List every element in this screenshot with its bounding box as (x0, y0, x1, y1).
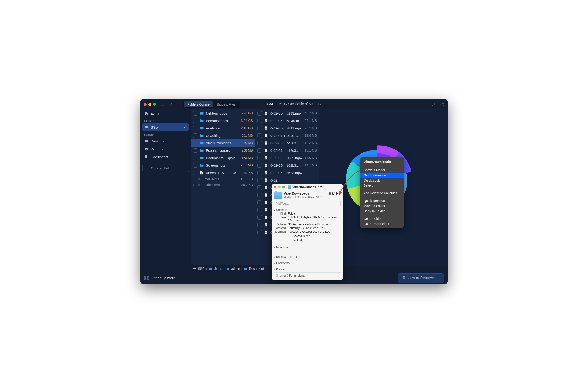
help-icon[interactable] (440, 102, 444, 106)
close-icon[interactable] (273, 186, 276, 188)
checkbox[interactable] (257, 118, 262, 123)
minimize-icon[interactable] (148, 103, 151, 106)
checkbox[interactable] (257, 148, 262, 153)
info-title-text: ViberDownloads Info (292, 185, 322, 189)
crumb[interactable]: Users (213, 267, 222, 270)
menu-quick-remove[interactable]: Quick Remove (360, 198, 403, 203)
list-item[interactable]: Documents - Spain173 MB (191, 154, 255, 162)
checkbox[interactable] (257, 223, 262, 227)
label-where: Where: (274, 223, 287, 226)
checkbox[interactable] (193, 111, 197, 115)
locked-checkbox[interactable]: Locked (288, 239, 340, 242)
checkbox[interactable] (257, 178, 262, 182)
menu-select[interactable]: Select (360, 183, 403, 188)
list-item[interactable]: 0-02-05-...3623.mp4 (255, 169, 319, 176)
list-item[interactable]: 0-02-05-...7841.mp420.3 MB (255, 124, 319, 132)
sidebar-item-label: SSD (151, 125, 158, 129)
checkbox[interactable] (257, 141, 262, 145)
chevron-down-icon[interactable]: ▾ (274, 209, 275, 211)
svg-rect-9 (201, 172, 202, 173)
checkbox[interactable] (257, 111, 262, 115)
close-icon[interactable] (144, 103, 147, 106)
item-size: 14.9 MB (305, 156, 317, 160)
checkbox[interactable] (193, 156, 197, 160)
minimize-icon[interactable] (278, 186, 280, 188)
checkbox[interactable] (257, 126, 262, 130)
list-item[interactable]: ViberDownloads389 MB (191, 139, 255, 147)
list-item[interactable]: 0-02-05-...ae563.mp418.3 MB (255, 139, 319, 147)
crumb[interactable]: admin (231, 267, 240, 270)
tab-folders-outline[interactable]: Folders Outline (184, 101, 213, 107)
checkbox[interactable] (193, 141, 197, 145)
list-item[interactable]: 0-02-05-...5032.mp414.9 MB (255, 154, 319, 162)
sidebar-item-pictures[interactable]: Pictures (142, 145, 189, 153)
checkbox[interactable] (193, 134, 197, 138)
summary-row-small[interactable]: ›Small items8.19 KB (191, 176, 255, 182)
chevron-right-icon[interactable]: ▸ (274, 268, 275, 271)
menu-get-information[interactable]: Get Information (360, 173, 403, 178)
checkbox[interactable] (257, 215, 262, 220)
checkbox[interactable] (257, 171, 262, 175)
chevron-right-icon[interactable]: ▸ (274, 262, 275, 265)
sidebar-item-home[interactable]: admin (142, 110, 189, 117)
checkbox[interactable] (193, 148, 197, 153)
back-icon[interactable] (169, 102, 173, 106)
tags-input[interactable]: Add Tags... (274, 201, 340, 206)
list-item[interactable]: Personal docs3.04 GB (191, 117, 255, 124)
sidebar-toggle-icon[interactable] (161, 102, 165, 106)
list-item[interactable]: 0-02-05-...d183.mp440.7 MB (255, 110, 319, 117)
choose-folder-button[interactable]: + Choose Folder... (142, 164, 189, 172)
menu-copy-to-folder[interactable]: Copy to Folder... (360, 209, 403, 213)
chevron-right-icon[interactable]: ▸ (274, 256, 275, 258)
checkbox[interactable] (257, 208, 262, 212)
list-item[interactable]: Español cursos268 MB (191, 147, 255, 154)
chevron-right-icon[interactable]: ▸ (274, 274, 275, 277)
checkbox[interactable] (193, 118, 197, 123)
info-modified-short: Modified: 1 October 2024 at 18:00 (284, 196, 340, 198)
list-item[interactable]: 0-02-05-1...0be7.mp419.8 MB (255, 132, 319, 139)
menu-go-to-root[interactable]: Go to Root Folder (360, 221, 403, 226)
checkbox[interactable] (257, 186, 262, 190)
crumb[interactable]: SSD (198, 267, 205, 270)
get-info-window[interactable]: ViberDownloads Info ViberDownloads 388,4… (272, 184, 343, 280)
apps-icon[interactable] (144, 276, 149, 280)
list-item[interactable]: Nektony docs5.28 GB (191, 110, 255, 117)
crumb[interactable]: Documents (249, 267, 266, 270)
chevron-down-icon[interactable]: ▾ (274, 246, 275, 249)
checkbox[interactable] (257, 193, 262, 197)
menu-quick-look[interactable]: Quick Look (360, 178, 403, 183)
list-item[interactable]: 0-02-05-...e12d3.mp418.1 MB (255, 147, 319, 154)
checkbox[interactable] (257, 163, 262, 168)
review-to-remove-button[interactable]: Review to Remove ⌄ (398, 273, 444, 283)
menu-go-to-folder[interactable]: Go to Folder (360, 216, 403, 221)
list-item[interactable]: 0-02 (255, 176, 319, 184)
fullscreen-icon[interactable] (153, 103, 156, 106)
checkbox[interactable] (257, 200, 262, 205)
list-item[interactable]: Anexo_1_A...O_CAS.pdf750 KB (191, 169, 255, 176)
list-item[interactable]: Adelante2.18 GB (191, 124, 255, 132)
list-item[interactable]: 0-02-05-...78f40.mp426.1 MB (255, 117, 319, 124)
summary-row-hidden[interactable]: ›Hidden items28.7 KB (191, 182, 255, 188)
menu-add-favorites[interactable]: Add Folder to Favorites (360, 191, 403, 196)
sidebar-item-desktop[interactable]: Desktop (142, 137, 189, 145)
item-name: 0-02-05-...ae563.mp4 (270, 141, 303, 145)
checkbox[interactable] (193, 171, 197, 175)
menu-show-in-finder[interactable]: Show in Finder (360, 168, 403, 173)
checkbox[interactable] (257, 156, 262, 160)
checkbox[interactable] (193, 163, 197, 168)
chat-icon[interactable] (431, 102, 435, 106)
list-item[interactable]: Screenshots76.7 MB (191, 162, 255, 169)
checkbox[interactable] (257, 134, 262, 138)
fullscreen-icon[interactable] (282, 186, 285, 188)
cleanup-button[interactable]: Clean up more (152, 276, 175, 280)
checkbox[interactable] (193, 126, 197, 130)
shared-folder-checkbox[interactable]: Shared folder (288, 234, 340, 238)
folder-column: Nektony docs5.28 GBPersonal docs3.04 GBA… (191, 110, 255, 284)
sidebar-item-documents[interactable]: Documents (142, 153, 189, 161)
list-item[interactable]: 0-02-05-...182b3.mp414.7 MB (255, 162, 319, 169)
tab-biggest-files[interactable]: Biggest Files (213, 101, 239, 107)
list-item[interactable]: Coaching601 MB (191, 132, 255, 139)
checkbox[interactable] (257, 230, 262, 234)
sidebar-item-ssd[interactable]: SSD (142, 123, 189, 131)
menu-move-to-folder[interactable]: Move to Folder... (360, 203, 403, 209)
